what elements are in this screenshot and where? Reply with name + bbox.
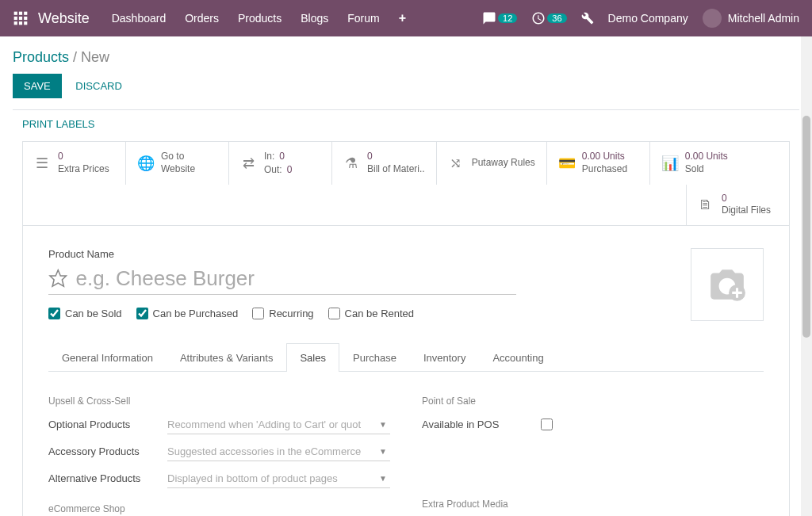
tab-sales[interactable]: Sales [286, 343, 339, 372]
content: Products / New SAVE DISCARD PRINT LABELS… [0, 36, 812, 516]
nav-dashboard[interactable]: Dashboard [112, 12, 167, 25]
navbar: Website Dashboard Orders Products Blogs … [0, 0, 812, 36]
nav-forum[interactable]: Forum [347, 12, 379, 25]
stat-website[interactable]: 🌐 Go to Website [126, 142, 229, 185]
tab-inventory[interactable]: Inventory [410, 343, 479, 372]
breadcrumb-current: New [81, 49, 109, 65]
sales-tab-content: Upsell & Cross-Sell Optional Products ▼ … [23, 372, 789, 516]
chart-icon: 📊 [661, 155, 677, 172]
svg-rect-3 [14, 17, 17, 20]
svg-rect-7 [19, 21, 22, 25]
tab-general[interactable]: General Information [48, 343, 167, 372]
stat-digital[interactable]: 🗎 0 Digital Files [686, 185, 789, 225]
form-sheet: ☰ 0 Extra Prices 🌐 Go to Website ⇄ [22, 141, 790, 516]
ecommerce-header: eCommerce Shop [48, 503, 390, 514]
svg-rect-5 [24, 17, 27, 20]
product-image-upload[interactable] [691, 248, 764, 321]
stat-purchased[interactable]: 💳 0.00 Units Purchased [547, 142, 650, 185]
alternative-products-label: Alternative Products [48, 472, 167, 484]
upsell-header: Upsell & Cross-Sell [48, 396, 390, 407]
stat-putaway[interactable]: ⤭ Putaway Rules [437, 142, 547, 185]
breadcrumb: Products / New [13, 49, 799, 66]
caret-icon: ▼ [376, 447, 390, 456]
discard-button[interactable]: DISCARD [67, 74, 130, 98]
apps-icon[interactable] [13, 10, 29, 26]
nav-blogs[interactable]: Blogs [301, 12, 328, 25]
exchange-icon: ⇄ [240, 155, 256, 172]
svg-rect-8 [24, 21, 27, 25]
activities-badge: 36 [547, 13, 566, 23]
activities-icon[interactable]: 36 [531, 11, 566, 25]
list-icon: ☰ [34, 155, 50, 172]
opt-can-be-rented[interactable]: Can be Rented [328, 308, 414, 319]
random-icon: ⤭ [448, 155, 464, 172]
svg-rect-0 [14, 12, 17, 15]
print-labels-button[interactable]: PRINT LABELS [22, 118, 799, 130]
breadcrumb-root[interactable]: Products [13, 49, 69, 65]
svg-marker-9 [50, 270, 66, 286]
favorite-star-icon[interactable] [48, 268, 67, 289]
stat-buttons: ☰ 0 Extra Prices 🌐 Go to Website ⇄ [23, 142, 789, 226]
user-name: Mitchell Admin [728, 12, 799, 25]
product-name-label: Product Name [48, 248, 675, 260]
stat-extra-prices[interactable]: ☰ 0 Extra Prices [23, 142, 126, 185]
flask-icon: ⚗ [343, 155, 359, 172]
optional-products-label: Optional Products [48, 419, 167, 430]
scrollbar[interactable] [801, 36, 812, 516]
opt-can-be-sold[interactable]: Can be Sold [48, 308, 122, 319]
stat-inout[interactable]: ⇄ In:0 Out:0 [229, 142, 332, 185]
messages-icon[interactable]: 12 [482, 11, 517, 25]
product-name-input[interactable] [75, 263, 516, 294]
user-menu[interactable]: Mitchell Admin [703, 9, 799, 28]
tab-accounting[interactable]: Accounting [479, 343, 557, 372]
pos-label: Available in POS [422, 419, 541, 430]
opt-can-be-purchased[interactable]: Can be Purchased [136, 308, 239, 319]
card-icon: 💳 [558, 155, 574, 172]
save-button[interactable]: SAVE [13, 74, 62, 98]
pos-header: Point of Sale [422, 396, 764, 407]
action-buttons: SAVE DISCARD [13, 74, 799, 98]
camera-plus-icon [707, 265, 747, 304]
tabs: General Information Attributes & Variant… [48, 343, 764, 372]
accessory-products-input[interactable]: ▼ [167, 442, 390, 461]
svg-rect-4 [19, 17, 22, 20]
stat-sold[interactable]: 📊 0.00 Units Sold [650, 142, 753, 185]
brand[interactable]: Website [38, 10, 90, 27]
accessory-products-label: Accessory Products [48, 445, 167, 457]
tab-purchase[interactable]: Purchase [339, 343, 410, 372]
svg-rect-2 [24, 12, 27, 15]
tools-icon[interactable] [581, 12, 594, 25]
file-icon: 🗎 [698, 197, 714, 213]
avatar [703, 9, 722, 28]
optional-products-input[interactable]: ▼ [167, 415, 390, 434]
nav-orders[interactable]: Orders [185, 12, 219, 25]
nav-products[interactable]: Products [238, 12, 282, 25]
media-header: Extra Product Media [422, 499, 764, 510]
caret-icon: ▼ [376, 474, 390, 483]
svg-rect-6 [14, 21, 17, 25]
company-switcher[interactable]: Demo Company [608, 12, 688, 25]
available-pos-checkbox[interactable] [541, 419, 553, 430]
caret-icon: ▼ [376, 420, 390, 429]
nav-plus-icon[interactable]: + [399, 11, 406, 25]
scrollbar-thumb[interactable] [802, 116, 810, 338]
messages-badge: 12 [498, 13, 517, 23]
globe-icon: 🌐 [137, 155, 153, 172]
tab-attributes[interactable]: Attributes & Variants [167, 343, 287, 372]
svg-rect-1 [19, 12, 22, 15]
alternative-products-input[interactable]: ▼ [167, 469, 390, 488]
stat-bom[interactable]: ⚗ 0 Bill of Materi.. [332, 142, 437, 185]
opt-recurring[interactable]: Recurring [252, 308, 313, 319]
